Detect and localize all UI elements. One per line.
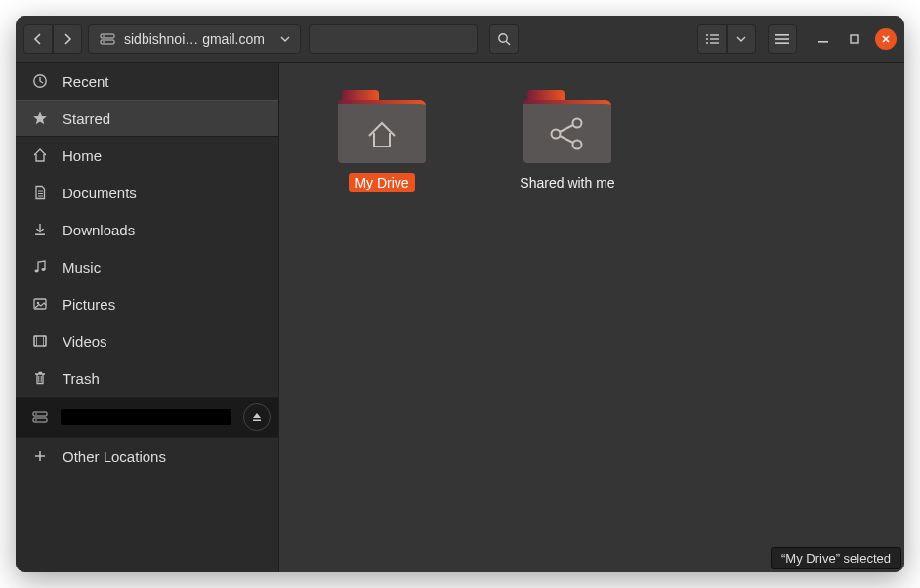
svg-point-24 — [35, 270, 39, 273]
svg-rect-9 — [710, 38, 719, 39]
svg-point-3 — [103, 41, 105, 43]
folder-label: My Drive — [349, 173, 414, 192]
titlebar: sidbishnoi… gmail.com — [16, 16, 904, 63]
sidebar-item-label: Starred — [63, 110, 110, 127]
svg-rect-13 — [775, 38, 789, 40]
hamburger-menu-button[interactable] — [768, 24, 797, 54]
sidebar-item-label: Downloads — [63, 222, 135, 238]
svg-point-35 — [35, 413, 37, 415]
eject-button[interactable] — [243, 403, 271, 431]
svg-rect-29 — [34, 336, 37, 346]
svg-point-8 — [706, 38, 708, 40]
drive-icon — [99, 30, 116, 48]
svg-line-44 — [560, 136, 573, 143]
sidebar: RecentStarredHomeDocumentsDownloadsMusic… — [16, 63, 279, 572]
sidebar-item-home[interactable]: Home — [16, 137, 278, 174]
sidebar-item-label: Recent — [63, 73, 109, 90]
minimize-button[interactable] — [813, 28, 834, 50]
window-body: RecentStarredHomeDocumentsDownloadsMusic… — [16, 63, 904, 572]
file-manager-window: sidbishnoi… gmail.com — [16, 16, 904, 572]
view-dropdown-button[interactable] — [727, 24, 756, 54]
main-pane[interactable]: My DriveShared with me “My Drive” select… — [279, 63, 904, 572]
svg-rect-34 — [33, 418, 47, 422]
folder-item[interactable]: My Drive — [318, 90, 445, 192]
svg-point-42 — [573, 140, 582, 148]
sidebar-item-label: Videos — [63, 333, 107, 350]
mount-label-redacted — [61, 409, 231, 425]
sidebar-item-label: Music — [63, 259, 101, 275]
location-bar[interactable] — [309, 24, 478, 54]
status-text: “My Drive” selected — [781, 551, 891, 566]
sidebar-mount-row[interactable] — [16, 398, 278, 437]
svg-rect-23 — [35, 234, 45, 236]
sidebar-item-documents[interactable]: Documents — [16, 174, 278, 211]
trash-icon — [31, 369, 49, 387]
svg-point-6 — [706, 34, 708, 36]
svg-rect-16 — [851, 35, 858, 43]
sidebar-item-label: Pictures — [63, 296, 115, 313]
window-controls — [813, 28, 897, 50]
sidebar-item-label: Trash — [63, 370, 100, 387]
sidebar-item-starred[interactable]: Starred — [16, 100, 278, 137]
svg-point-2 — [103, 35, 105, 37]
sidebar-item-label: Documents — [63, 185, 137, 201]
folder-icon — [338, 90, 426, 163]
search-button[interactable] — [489, 24, 519, 54]
svg-point-27 — [37, 302, 39, 304]
svg-rect-11 — [710, 42, 719, 43]
sidebar-item-trash[interactable]: Trash — [16, 359, 278, 397]
folder-icon — [523, 90, 611, 163]
svg-rect-7 — [710, 34, 719, 35]
plus-icon — [31, 447, 49, 465]
svg-point-40 — [573, 118, 582, 127]
sidebar-item-label: Home — [63, 147, 102, 164]
svg-rect-12 — [775, 34, 789, 36]
svg-point-4 — [499, 33, 507, 41]
list-view-button[interactable] — [697, 24, 727, 54]
svg-rect-0 — [101, 34, 114, 38]
svg-point-25 — [42, 268, 46, 271]
view-buttons — [697, 24, 756, 54]
clock-icon — [31, 72, 49, 90]
sidebar-item-pictures[interactable]: Pictures — [16, 285, 278, 322]
maximize-button[interactable] — [844, 28, 865, 50]
svg-line-43 — [560, 125, 573, 132]
sidebar-item-videos[interactable]: Videos — [16, 322, 278, 359]
drive-icon — [31, 408, 49, 426]
video-icon — [31, 332, 49, 350]
sidebar-item-recent[interactable]: Recent — [16, 63, 278, 100]
svg-point-36 — [35, 419, 37, 421]
svg-point-41 — [552, 129, 561, 138]
home-icon — [31, 147, 49, 164]
back-button[interactable] — [23, 24, 53, 54]
svg-rect-37 — [253, 420, 261, 422]
star-icon — [31, 109, 49, 127]
sidebar-item-music[interactable]: Music — [16, 248, 278, 285]
svg-line-5 — [506, 41, 510, 45]
sidebar-item-other-locations[interactable]: Other Locations — [16, 438, 278, 475]
svg-rect-14 — [775, 42, 789, 44]
status-bar: “My Drive” selected — [771, 547, 901, 569]
doc-icon — [31, 184, 49, 201]
sidebar-item-downloads[interactable]: Downloads — [16, 211, 278, 248]
music-icon — [31, 258, 49, 275]
chevron-down-icon — [280, 35, 290, 43]
folder-grid: My DriveShared with me — [279, 63, 904, 220]
picture-icon — [31, 295, 49, 313]
path-button[interactable]: sidbishnoi… gmail.com — [88, 24, 301, 54]
download-icon — [31, 221, 49, 238]
svg-rect-30 — [44, 336, 47, 346]
svg-rect-1 — [101, 40, 114, 44]
close-button[interactable] — [875, 28, 897, 50]
forward-button[interactable] — [53, 24, 82, 54]
svg-rect-33 — [33, 412, 47, 416]
folder-item[interactable]: Shared with me — [504, 90, 631, 192]
path-label: sidbishnoi… gmail.com — [124, 31, 265, 47]
folder-label: Shared with me — [514, 173, 620, 192]
sidebar-item-label: Other Locations — [63, 448, 166, 465]
svg-rect-15 — [818, 41, 828, 43]
nav-buttons — [23, 24, 82, 54]
svg-point-10 — [706, 42, 708, 44]
svg-rect-28 — [34, 336, 46, 346]
